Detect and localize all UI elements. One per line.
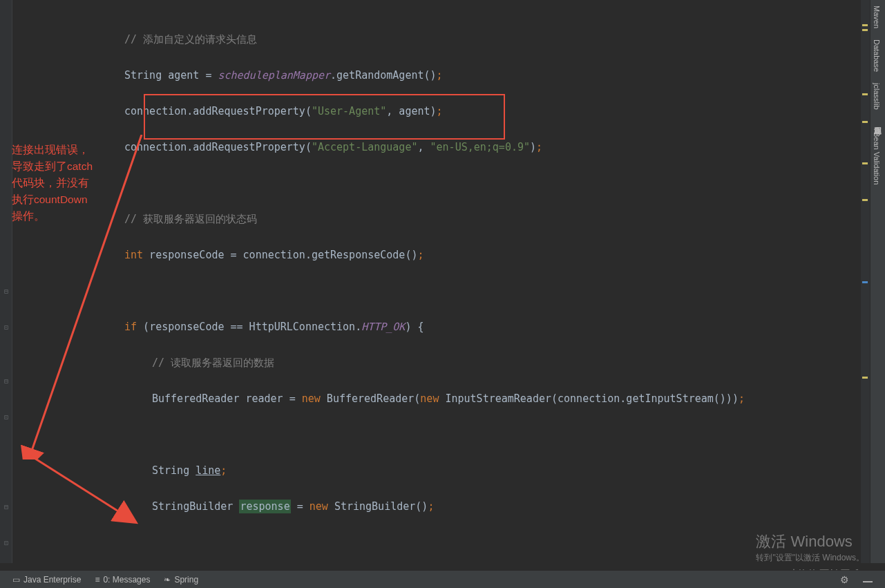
right-tool-panel: Maven Database jclasslib 应用观测器 Bean Vali… (870, 0, 885, 563)
status-bar: ▭ Java Enterprise ≡ 0: Messages ❧ Spring (0, 570, 885, 588)
fold-mark-icon[interactable]: ⊟ (4, 287, 8, 295)
gear-icon (840, 574, 849, 585)
tool-inspector[interactable]: 应用观测器 (870, 115, 885, 126)
editor-gutter[interactable]: ⊟ ⊡ ⊟ ⊡ ⊟ ⊡ (0, 0, 12, 563)
warning-marker[interactable] (862, 377, 868, 379)
layers-icon: ▭ (12, 575, 20, 585)
warning-marker[interactable] (862, 199, 868, 201)
status-spring[interactable]: ❧ Spring (157, 575, 205, 585)
code-comment: // 添加自定义的请求头信息 (124, 33, 257, 46)
code-comment: // 读取服务器返回的数据 (152, 357, 274, 369)
warning-marker[interactable] (862, 121, 868, 123)
warning-marker[interactable] (862, 93, 868, 95)
leaf-icon: ❧ (164, 575, 171, 585)
status-messages[interactable]: ≡ 0: Messages (88, 575, 157, 585)
list-icon: ≡ (95, 575, 99, 585)
annotation-text: 连接出现错误，导致走到了catch代码块，并没有执行countDown操作。 (12, 142, 119, 225)
tool-jclasslib[interactable]: jclasslib (870, 77, 883, 115)
marker-bar[interactable] (861, 0, 870, 563)
fold-mark-icon[interactable]: ⊡ (4, 323, 8, 331)
minimize-icon (863, 581, 873, 582)
fold-mark-icon[interactable]: ⊡ (4, 539, 8, 547)
fold-mark-icon[interactable]: ⊟ (4, 377, 8, 385)
code-editor[interactable]: // 添加自定义的请求头信息 String agent = schedulepl… (14, 0, 861, 563)
code-comment: // 获取服务器返回的状态码 (124, 213, 257, 225)
settings-button[interactable] (833, 574, 856, 585)
tool-maven[interactable]: Maven (870, 0, 883, 34)
tool-database[interactable]: Database (870, 34, 883, 77)
fold-mark-icon[interactable]: ⊟ (4, 503, 8, 511)
minimize-button[interactable] (856, 577, 879, 582)
fold-mark-icon[interactable]: ⊡ (4, 413, 8, 421)
warning-marker[interactable] (862, 162, 868, 164)
warning-marker[interactable] (862, 29, 868, 31)
warning-marker[interactable] (862, 24, 868, 26)
tool-bean-validation[interactable]: Bean Validation (870, 126, 883, 190)
change-marker[interactable] (862, 281, 868, 283)
status-java-enterprise[interactable]: ▭ Java Enterprise (6, 575, 88, 585)
